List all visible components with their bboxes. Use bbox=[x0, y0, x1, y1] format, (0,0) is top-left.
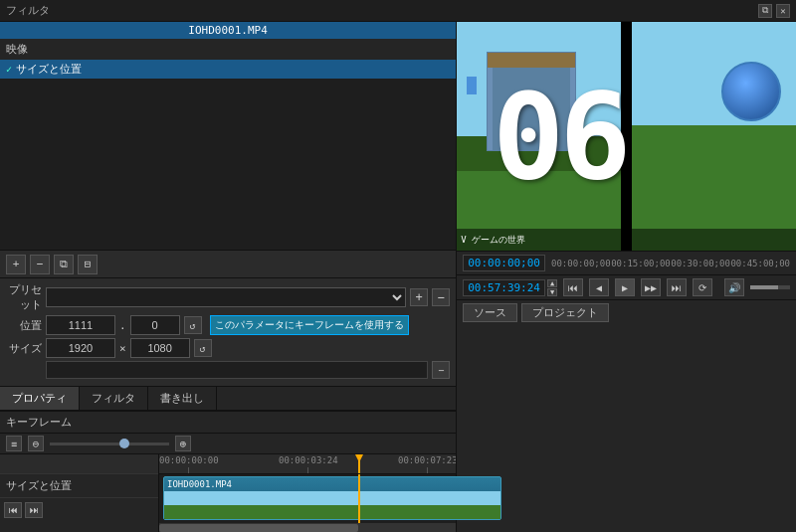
filter-list-toolbar: + − ⧉ ⊟ bbox=[0, 250, 456, 277]
source-tab-project[interactable]: プロジェクト bbox=[521, 303, 609, 322]
position-x-input[interactable]: 1111 bbox=[46, 315, 115, 335]
title-bar-title: フィルタ bbox=[6, 3, 50, 18]
filter-section-label: 映像 bbox=[0, 39, 456, 60]
preview-img-right bbox=[632, 22, 796, 251]
position-label: 位置 bbox=[6, 318, 42, 333]
time-up-btn[interactable]: ▲ bbox=[547, 279, 557, 287]
source-tab-source[interactable]: ソース bbox=[463, 303, 517, 322]
kf-toolbar: ≡ ⊖ ⊕ bbox=[0, 434, 456, 454]
title-bar-controls: ⧉ ✕ bbox=[758, 4, 790, 18]
timeline-scrollbar[interactable] bbox=[159, 524, 456, 532]
size-reset-btn[interactable]: ↺ bbox=[194, 339, 212, 357]
preset-select[interactable] bbox=[46, 287, 406, 307]
left-panel: IOHD0001.MP4 映像 ✓ サイズと位置 + − ⧉ ⊟ プリセット +… bbox=[0, 22, 457, 532]
main-layout: IOHD0001.MP4 映像 ✓ サイズと位置 + − ⧉ ⊟ プリセット +… bbox=[0, 22, 796, 532]
track-playhead bbox=[358, 474, 360, 523]
copy-filter-btn[interactable]: ⧉ bbox=[54, 255, 74, 274]
preset-row: プリセット + − bbox=[6, 282, 450, 312]
params-area: プリセット + − 位置 1111 . 0 ↺ このパラメータにキーフレームを使… bbox=[0, 277, 456, 386]
add-filter-btn[interactable]: + bbox=[6, 255, 26, 274]
filter-check-icon: ✓ bbox=[6, 64, 12, 75]
position-row: 位置 1111 . 0 ↺ このパラメータにキーフレームを使用する bbox=[6, 315, 450, 335]
total-time-display[interactable]: 00:57:39:24 bbox=[463, 279, 545, 296]
restore-btn[interactable]: ⧉ bbox=[758, 4, 772, 18]
tab-filter[interactable]: フィルタ bbox=[80, 387, 148, 410]
tab-properties[interactable]: プロパティ bbox=[0, 387, 80, 410]
size-row: サイズ 1920 × 1080 ↺ bbox=[6, 338, 450, 358]
track-row-size-pos[interactable]: IOHD0001.MP4 bbox=[159, 474, 456, 524]
keyframe-title: キーフレーム bbox=[6, 415, 72, 430]
timeline-area: サイズと位置 ⏮ ⏭ 00:00:00:00 bbox=[0, 454, 456, 532]
size-w-input[interactable]: 1920 bbox=[46, 338, 115, 358]
preset-add-btn[interactable]: + bbox=[410, 288, 428, 306]
size-x-sep: × bbox=[119, 342, 126, 355]
preview-hud-left: V ゲームの世界 bbox=[457, 229, 621, 251]
tl-playback: ⏮ ⏭ bbox=[0, 498, 158, 522]
timeline-content: 00:00:00:00 00:00:03:24 00:00:07:23 bbox=[159, 454, 456, 532]
close-btn[interactable]: ✕ bbox=[776, 4, 790, 18]
kf-zoom-thumb[interactable] bbox=[119, 439, 129, 448]
mini-ruler: 00:00:00;00 00:15:00;00 00:30:00;00 00:4… bbox=[551, 259, 790, 268]
transport-play[interactable]: ▶ bbox=[615, 278, 635, 296]
extra-slider[interactable] bbox=[46, 361, 428, 379]
preset-label: プリセット bbox=[6, 282, 42, 312]
ruler-mark-0: 00:00:00:00 bbox=[159, 454, 219, 473]
time-down-btn[interactable]: ▼ bbox=[547, 288, 557, 296]
transport-loop[interactable]: ⟳ bbox=[693, 278, 712, 296]
timeline-scrollbar-thumb[interactable] bbox=[159, 524, 358, 532]
kf-zoom-slider[interactable] bbox=[50, 443, 169, 445]
timeline-ruler: 00:00:00:00 00:00:03:24 00:00:07:23 bbox=[159, 454, 456, 474]
transport-step-fwd[interactable]: ▶▶ bbox=[641, 278, 661, 296]
mc-sphere bbox=[721, 62, 781, 121]
hud-left-text: V ゲームの世界 bbox=[461, 234, 525, 247]
clip-label: IOHD0001.MP4 bbox=[164, 477, 500, 491]
ruler-mark-1: 00:00:03:24 bbox=[279, 454, 338, 473]
track-clip[interactable]: IOHD0001.MP4 bbox=[163, 476, 501, 520]
tab-row: プロパティ フィルタ 書き出し bbox=[0, 386, 456, 410]
size-h-input[interactable]: 1080 bbox=[130, 338, 190, 358]
mc-figure bbox=[467, 77, 477, 94]
kf-menu-btn[interactable]: ≡ bbox=[6, 436, 22, 451]
delete-filter-btn[interactable]: ⊟ bbox=[78, 255, 98, 274]
keyframe-header: キーフレーム bbox=[0, 412, 456, 434]
volume-btn[interactable]: 🔊 bbox=[724, 278, 744, 296]
keyframe-section: キーフレーム ≡ ⊖ ⊕ サイズと位置 bbox=[0, 410, 456, 532]
position-y-input[interactable]: 0 bbox=[130, 315, 180, 335]
position-reset-btn[interactable]: ↺ bbox=[184, 316, 202, 334]
timeline-label-size-pos: サイズと位置 bbox=[0, 474, 158, 498]
player-area: 00:00:00;00 00:00:00;00 00:15:00;00 00:3… bbox=[457, 251, 796, 532]
volume-slider[interactable] bbox=[750, 285, 790, 289]
source-tabs: ソース プロジェクト bbox=[457, 299, 796, 325]
preview-hud-right bbox=[632, 229, 796, 251]
transport-step-back[interactable]: ◀ bbox=[589, 278, 609, 296]
tab-export[interactable]: 書き出し bbox=[148, 387, 217, 410]
time-spinners: ▲ ▼ bbox=[547, 279, 557, 296]
ruler-spacer bbox=[0, 454, 158, 474]
ruler-mark-2: 00:00:07:23 bbox=[398, 454, 456, 473]
kf-zoom-in-btn[interactable]: ⊕ bbox=[175, 436, 191, 451]
tl-prev-btn[interactable]: ⏮ bbox=[4, 502, 22, 518]
ruler-playhead bbox=[358, 454, 360, 473]
preview-area: V ゲームの世界 06.6 bbox=[457, 22, 796, 251]
timecode-display[interactable]: 00:00:00;00 bbox=[463, 255, 545, 271]
kf-zoom-out-btn[interactable]: ⊖ bbox=[28, 436, 44, 451]
extra-reset-btn[interactable]: − bbox=[432, 361, 450, 379]
total-time-group: 00:57:39:24 ▲ ▼ bbox=[463, 279, 557, 296]
player-timecode-row: 00:00:00;00 00:00:00;00 00:15:00;00 00:3… bbox=[457, 252, 796, 275]
tl-next-btn[interactable]: ⏭ bbox=[25, 502, 43, 518]
filter-item-size-position[interactable]: ✓ サイズと位置 bbox=[0, 60, 456, 79]
filter-item-label: サイズと位置 bbox=[16, 62, 82, 77]
right-panel: V ゲームの世界 06.6 00:00:00;00 00:00:00;00 bbox=[457, 22, 796, 532]
size-label: サイズ bbox=[6, 341, 42, 356]
clip-thumbnail bbox=[164, 491, 500, 519]
preset-sub-btn[interactable]: − bbox=[432, 288, 450, 306]
remove-filter-btn[interactable]: − bbox=[30, 255, 50, 274]
position-dot: . bbox=[119, 319, 126, 332]
keyframe-use-btn[interactable]: このパラメータにキーフレームを使用する bbox=[210, 315, 409, 335]
filter-list-area: 映像 ✓ サイズと位置 bbox=[0, 39, 456, 250]
title-bar: フィルタ ⧉ ✕ bbox=[0, 0, 796, 22]
transport-to-end[interactable]: ⏭ bbox=[667, 278, 687, 296]
transport-to-start[interactable]: ⏮ bbox=[563, 278, 583, 296]
filename-bar: IOHD0001.MP4 bbox=[0, 22, 456, 39]
extra-param-row: − bbox=[6, 361, 450, 379]
